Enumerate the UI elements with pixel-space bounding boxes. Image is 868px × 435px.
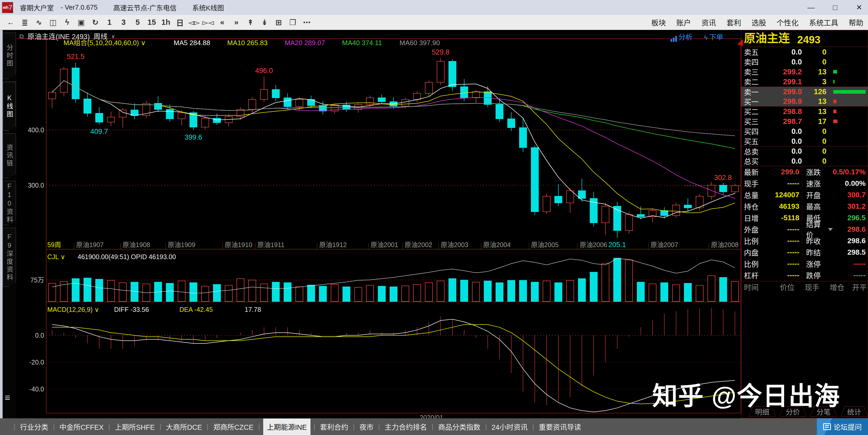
- chevron-down-icon[interactable]: ∨: [111, 33, 115, 39]
- exchange-tabs: |行业分类|中金所CFFEX|上期所SHFE|大商所DCE|郑商所CZCE|上期…: [0, 418, 583, 435]
- order-book-row[interactable]: 卖四0.00: [741, 57, 868, 67]
- order-book-row[interactable]: 买四0.00: [741, 126, 868, 136]
- minimize-button[interactable]: —: [806, 3, 816, 12]
- exchange-tab[interactable]: 中金所CFFEX: [58, 420, 105, 434]
- exchange-tab[interactable]: 24小时资讯: [490, 420, 529, 434]
- more-icon[interactable]: ⋯: [301, 17, 313, 28]
- timesales-col: 时间: [741, 282, 780, 292]
- menu-item[interactable]: 选股: [751, 17, 766, 28]
- chart-period-selector[interactable]: 周线: [93, 31, 107, 41]
- svg-text:DEA -42.45: DEA -42.45: [179, 306, 213, 313]
- sidebar-tab[interactable]: 资讯链: [3, 133, 16, 178]
- order-book-row[interactable]: 总卖0.00: [741, 146, 868, 156]
- order-book-row[interactable]: 卖二299.13: [741, 77, 868, 87]
- maximize-button[interactable]: □: [830, 3, 840, 12]
- exchange-tab[interactable]: 上期能源INE: [263, 419, 310, 435]
- quote-symbol-name[interactable]: 原油主连: [744, 29, 790, 46]
- period-1hour-icon[interactable]: 1h: [160, 17, 172, 28]
- scroll-left-icon[interactable]: «: [216, 17, 228, 28]
- timesales-col: 开平: [852, 282, 868, 292]
- window-controls: — □ ✕: [806, 0, 864, 15]
- svg-text:205.1: 205.1: [609, 241, 626, 249]
- svg-text:MA10 265.83: MA10 265.83: [227, 39, 268, 47]
- svg-text:300.0: 300.0: [28, 181, 44, 189]
- page-up-icon[interactable]: ↟: [244, 17, 256, 28]
- order-book-row[interactable]: 总买0.00: [741, 156, 868, 166]
- exchange-tab[interactable]: 商品分类指数: [437, 420, 482, 434]
- order-book-row[interactable]: 买二298.813: [741, 106, 868, 116]
- menu-item[interactable]: 套利: [726, 17, 741, 28]
- svg-text:原油2008: 原油2008: [711, 241, 739, 248]
- order-book-row[interactable]: 卖三299.213: [741, 67, 868, 77]
- menu-item[interactable]: 资讯: [702, 17, 716, 28]
- scroll-right-icon[interactable]: »: [230, 17, 242, 28]
- exchange-tab[interactable]: 套利合约: [318, 420, 350, 434]
- period-15min-icon[interactable]: 15: [146, 17, 158, 28]
- tick-chart-icon[interactable]: ϟ: [61, 17, 73, 28]
- candles: [49, 58, 739, 238]
- report-icon[interactable]: ≣: [19, 17, 31, 28]
- order-book-row[interactable]: 卖一299.0126: [741, 87, 868, 97]
- svg-text:原油1910: 原油1910: [225, 241, 252, 248]
- order-book-row[interactable]: 买三298.717: [741, 116, 868, 126]
- save-icon[interactable]: ▣: [75, 17, 87, 28]
- exchange-tab[interactable]: 行业分类: [19, 420, 50, 434]
- stat-row: 比例-----涨停-----: [741, 258, 868, 270]
- period-5min-icon[interactable]: 5: [132, 17, 144, 28]
- svg-text:400.0: 400.0: [28, 126, 44, 134]
- sidebar-menu-icon[interactable]: ≡: [5, 392, 10, 403]
- svg-text:399.6: 399.6: [185, 133, 203, 141]
- forum-button[interactable]: 论坛提问: [817, 418, 868, 435]
- menu-item[interactable]: 帮助: [849, 17, 863, 28]
- stat-row: 比例-----昨收298.6: [741, 235, 868, 246]
- alert-marker-icon: [737, 39, 743, 46]
- analyze-button[interactable]: 分析: [671, 32, 692, 42]
- kline-chart[interactable]: 400.0300.0MA组合(5,10,20,40,60,0) ∨MA5 284…: [16, 30, 741, 418]
- exchange-tab[interactable]: 郑商所CZCE: [212, 420, 255, 434]
- exchange-tab[interactable]: 重要资讯导读: [537, 420, 583, 434]
- quote-stats: 最新299.0涨跌0.5/0.17%现手-----速涨0.00%总量124007…: [741, 166, 868, 281]
- period-1min-icon[interactable]: 1: [103, 17, 116, 28]
- svg-text:原油1907: 原油1907: [76, 241, 104, 248]
- exchange-tab[interactable]: 主力合约排名: [383, 420, 429, 434]
- svg-text:原油2004: 原油2004: [483, 241, 511, 248]
- order-book-row[interactable]: 卖五0.00: [741, 47, 868, 57]
- exchange-tab[interactable]: 夜市: [358, 420, 375, 434]
- menu-item[interactable]: 个性化: [777, 17, 799, 28]
- panel-tab-统计[interactable]: 统计: [841, 407, 868, 416]
- sidebar-tab[interactable]: K线图: [3, 82, 16, 131]
- exchange-tab[interactable]: 大商所DCE: [164, 420, 204, 434]
- zoom-out-icon[interactable]: ◅▻: [188, 17, 200, 28]
- chart-symbol[interactable]: 原油主连(INE 2493): [27, 31, 90, 41]
- svg-text:原油2007: 原油2007: [650, 241, 678, 248]
- zoom-in-icon[interactable]: ▻◅: [202, 17, 214, 28]
- app-logo-icon: wh7: [2, 2, 13, 13]
- chevron-down-icon[interactable]: [828, 228, 833, 231]
- exchange-tab[interactable]: 上期所SHFE: [113, 420, 156, 434]
- close-button[interactable]: ✕: [854, 3, 864, 12]
- candlestick-icon[interactable]: ◫: [47, 17, 59, 28]
- order-button[interactable]: ϟ 下单: [704, 32, 723, 42]
- order-book-row[interactable]: 买一298.913: [741, 97, 868, 106]
- sidebar-tab[interactable]: F9深度资料: [3, 228, 16, 287]
- window-layout-icon[interactable]: ❐: [287, 17, 299, 28]
- sidebar-tab[interactable]: F10资料: [3, 181, 16, 225]
- period-3min-icon[interactable]: 3: [118, 17, 129, 28]
- svg-text:原油1908: 原油1908: [123, 241, 150, 248]
- svg-text:原油1912: 原油1912: [319, 241, 347, 248]
- svg-text:MA40 374.11: MA40 374.11: [342, 39, 382, 47]
- menu-item[interactable]: 板块: [651, 17, 666, 28]
- grid-layout-icon[interactable]: ⊞: [273, 17, 285, 28]
- svg-text:529.8: 529.8: [432, 48, 450, 56]
- svg-text:0.0: 0.0: [35, 332, 44, 339]
- sidebar-tab[interactable]: 分时图: [3, 33, 16, 79]
- refresh-icon[interactable]: ↻: [89, 17, 101, 28]
- menu-item[interactable]: 账户: [676, 17, 691, 28]
- line-chart-icon[interactable]: ∿: [33, 17, 45, 28]
- svg-text:DIFF -33.56: DIFF -33.56: [114, 306, 149, 313]
- period-day-icon[interactable]: 日: [174, 17, 186, 28]
- page-down-icon[interactable]: ↡: [258, 17, 271, 28]
- order-book-row[interactable]: 买五0.00: [741, 136, 868, 146]
- back-icon[interactable]: ←: [5, 17, 17, 28]
- menu-item[interactable]: 系统工具: [809, 17, 838, 28]
